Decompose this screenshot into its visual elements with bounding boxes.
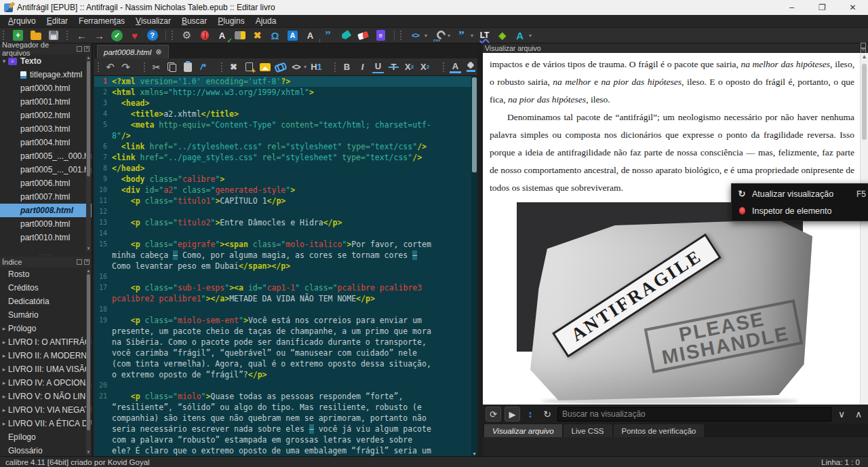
insert-link-icon[interactable] — [275, 61, 286, 73]
strikethrough-icon[interactable]: T — [388, 61, 399, 73]
fix-html-icon[interactable]: ✖ — [251, 29, 264, 42]
context-menu-item[interactable]: Inspetor de elemento — [732, 202, 868, 219]
remove-unused-css-eraser-icon[interactable] — [357, 29, 370, 42]
background-color-icon[interactable] — [465, 61, 477, 73]
bold-icon[interactable]: B — [341, 61, 353, 73]
code-line[interactable]: 8</head> — [94, 163, 477, 174]
code-line[interactable]: 15 <p class="epigrafe"><span class="molo… — [94, 239, 477, 272]
close-panel-icon[interactable] — [84, 46, 90, 52]
check-book-bug-icon[interactable] — [198, 29, 211, 42]
undo-icon[interactable]: ↶ — [104, 61, 116, 73]
font-color-icon[interactable]: A — [450, 61, 461, 73]
file-item[interactable]: part0003.html — [0, 122, 92, 136]
toc-item[interactable]: ▸LIVRO I: O ANTIFRÁGI... — [0, 335, 92, 349]
special-character-omega-icon[interactable]: Ω — [269, 29, 281, 42]
file-item[interactable]: titlepage.xhtml — [0, 68, 92, 81]
menu-buscar[interactable]: Buscar — [176, 15, 212, 27]
file-item[interactable]: part0005_..._001.html — [0, 163, 92, 176]
toc-item[interactable]: Créditos — [0, 281, 92, 295]
tag-icon[interactable] — [339, 29, 352, 42]
cut-icon[interactable]: ✂ — [151, 61, 162, 73]
paste-icon[interactable] — [182, 61, 193, 73]
float-panel-icon[interactable] — [77, 46, 82, 52]
save-icon[interactable] — [47, 29, 60, 42]
menu-ferramentas[interactable]: Ferramentas — [73, 15, 130, 27]
dropdown-arrow-icon[interactable]: ▾ — [471, 33, 473, 39]
languagetool-icon[interactable]: LT — [478, 29, 491, 42]
done-icon[interactable]: ✓ — [111, 29, 123, 42]
run-icon[interactable]: ▶ — [505, 407, 520, 422]
dropdown-arrow-icon[interactable]: ▾ — [448, 33, 450, 39]
toc-item[interactable]: ▸LIVRO II: A MODERNI... — [0, 349, 92, 362]
superscript-icon[interactable]: X2 — [419, 61, 431, 73]
file-item[interactable]: part0002.html — [0, 109, 92, 122]
toc-item[interactable]: Epílogo — [0, 430, 92, 444]
file-item[interactable]: part0001.html — [0, 95, 92, 109]
menu-visualizar[interactable]: Visualizar — [130, 15, 176, 27]
fix-html-icon[interactable]: ✖ — [228, 61, 239, 73]
preview-content[interactable]: impactos e de vários tipos de trauma. O … — [483, 53, 868, 424]
code-line[interactable]: 16 — [94, 272, 477, 282]
forward-arrow-icon[interactable]: → — [93, 29, 106, 42]
code-block-icon[interactable]: <> — [290, 61, 302, 73]
editor-scrollbar[interactable]: ▼ — [471, 76, 477, 456]
code-area[interactable]: 1<?xml version='1.0' encoding='utf-8'?>2… — [94, 76, 477, 456]
diamond-plugin-icon[interactable]: ◈ — [496, 29, 509, 42]
code-line[interactable]: 3 <head> — [94, 98, 477, 109]
toc-item[interactable]: ▸Prólogo — [0, 322, 92, 335]
code-line[interactable]: 6 <link href="../stylesheet.css" rel="st… — [94, 141, 477, 152]
redo-icon[interactable]: ↷ — [120, 61, 132, 73]
code-line[interactable]: 21 <p class="miolo">Quase todas as pesso… — [94, 391, 477, 456]
code-line[interactable]: 5 <meta http-equiv="Content-Type" conten… — [94, 119, 477, 141]
file-list-scrollbar[interactable]: ▲ ▼ — [86, 56, 91, 251]
toc-item[interactable]: Dedicatória — [0, 295, 92, 308]
dropdown-arrow-icon[interactable]: ▾ — [529, 33, 532, 39]
refresh-icon[interactable]: ↻ — [540, 407, 554, 422]
insert-snippet-icon[interactable] — [243, 61, 255, 73]
subscript-icon[interactable]: X2 — [403, 61, 415, 73]
code-line[interactable]: 10 <div id="a2" class="generated-style"> — [94, 185, 477, 195]
comment-icon[interactable]: /* — [197, 61, 209, 73]
file-item[interactable]: part0007.html — [0, 190, 92, 204]
donate-heart-icon[interactable]: ♥ — [128, 29, 141, 42]
heading-icon[interactable]: H1 — [311, 61, 322, 73]
css-wrench-icon[interactable] — [432, 29, 445, 42]
editor-preview-splitter[interactable] — [477, 43, 483, 456]
dropdown-arrow-icon[interactable]: ▾ — [304, 64, 307, 70]
preview-scrollbar[interactable]: ▲ ▼ — [860, 53, 868, 424]
code-line[interactable]: 17 <p class="sub-1-esps"><a id="cap1-1" … — [94, 282, 477, 304]
context-menu-item[interactable]: ↻Atualizar visualizaçãoF5 — [732, 185, 868, 202]
new-file-icon[interactable]: + — [12, 29, 24, 42]
preview-tab-live-css[interactable]: Live CSS — [564, 424, 612, 437]
insert-image-icon[interactable] — [259, 61, 271, 73]
underline-icon[interactable]: U — [372, 61, 384, 73]
menu-arquivo[interactable]: Arquivo — [3, 15, 41, 27]
help-icon[interactable]: ? — [146, 29, 159, 42]
code-line[interactable]: 11 <p class="titulo1">CAPÍTULO 1</p> — [94, 195, 477, 206]
preview-search-input[interactable] — [557, 407, 831, 422]
preferences-gear-icon[interactable]: ⚙ — [180, 29, 193, 42]
code-line[interactable]: 13 <p class="titulo2">Entre Dâmocles e H… — [94, 217, 477, 228]
file-item[interactable]: part0004.html — [0, 136, 92, 149]
code-line[interactable]: 7<link href="../page_styles.css" rel="st… — [94, 152, 477, 163]
quotes-tool-icon[interactable]: ” — [455, 29, 468, 42]
code-line[interactable]: 19 <p class="miolo-sem-ent">Você está no… — [94, 315, 477, 380]
tab-close-icon[interactable]: ⊗ — [155, 48, 161, 56]
float-panel-icon[interactable] — [77, 259, 82, 265]
plugin-a-icon[interactable]: A — [513, 29, 526, 42]
toc-item[interactable]: ▸LIVRO VII: A ÉTICA DA... — [0, 417, 92, 430]
toc-item[interactable]: Rosto — [0, 267, 92, 281]
minimize-icon[interactable]: – — [776, 0, 807, 15]
toc-item[interactable]: Sumário — [0, 308, 92, 322]
file-category-texto[interactable]: ▾≡Texto — [0, 54, 92, 68]
reader-icon[interactable] — [233, 29, 246, 42]
code-line[interactable]: 1<?xml version='1.0' encoding='utf-8'?> — [94, 76, 477, 87]
code-line[interactable]: 9 <body class="calibre"> — [94, 174, 477, 185]
chevron-down-icon[interactable]: ∨ — [835, 407, 848, 422]
dropdown-arrow-icon[interactable]: ▾ — [425, 33, 427, 39]
copy-icon[interactable] — [166, 61, 178, 73]
subset-fonts-icon[interactable]: A — [304, 29, 317, 42]
reload-preview-icon[interactable]: ⟳ — [486, 407, 501, 422]
toc-item[interactable]: ▸LIVRO III: UMA VISÃO ... — [0, 362, 92, 376]
file-item[interactable]: part0008.html — [0, 204, 92, 217]
